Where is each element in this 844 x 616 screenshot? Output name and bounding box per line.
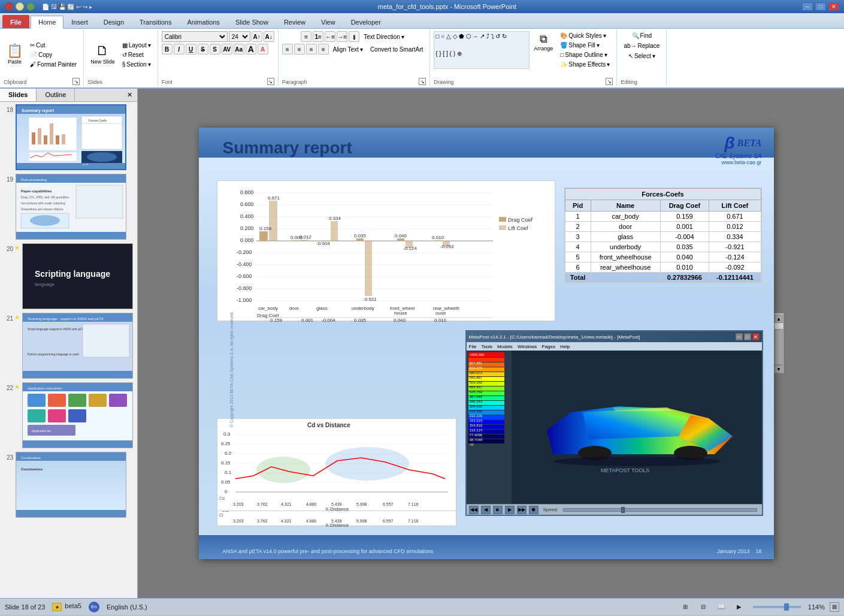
cols-button[interactable]: ⫿ [349, 31, 359, 42]
decrease-font-button[interactable]: A↓ [264, 31, 274, 42]
scroll-thumb[interactable] [775, 329, 783, 365]
metapost-play-button[interactable]: ◀◀ [469, 506, 479, 514]
metapost-stop-button[interactable]: ■ [493, 506, 503, 514]
slide-thumb-22[interactable]: 22 ★ Application Industries [2, 382, 135, 448]
font-size-select[interactable]: 24 [229, 31, 250, 42]
metapost-end-button[interactable]: ▶▶ [517, 506, 527, 514]
minimize-button[interactable]: ─ [802, 2, 813, 11]
layout-button[interactable]: ▦ Layout ▾ [119, 41, 154, 50]
decrease-indent-button[interactable]: ←≡ [325, 31, 335, 42]
shadow-button[interactable]: S [210, 44, 220, 55]
format-painter-icon: 🖌 [30, 61, 36, 68]
speed-slider[interactable] [563, 508, 757, 512]
slide-thumb-20[interactable]: 20 ★ Scripting language language [2, 243, 135, 309]
metapost-record-button[interactable]: ⏺ [529, 506, 539, 514]
svg-rect-110 [499, 217, 506, 222]
svg-text:5.998: 5.998 [356, 519, 367, 523]
bold-button[interactable]: B [162, 44, 173, 55]
slide-thumb-21[interactable]: 21 ★ Scripting language - support in ANS… [2, 313, 135, 379]
align-left-button[interactable]: ≡ [282, 44, 293, 55]
font-family-select[interactable]: Calibri [162, 31, 228, 42]
bullets-button[interactable]: ≡ [301, 31, 311, 42]
speed-handle[interactable] [621, 507, 625, 513]
right-scrollbar[interactable]: ▲ ▼ [774, 313, 784, 373]
new-slide-button[interactable]: 🗋 New Slide [87, 43, 118, 67]
section-button[interactable]: § Section ▾ [119, 60, 154, 69]
align-text-button[interactable]: Align Text ▾ [330, 45, 366, 54]
tab-animations[interactable]: Animations [179, 15, 227, 28]
shape-outline-button[interactable]: □ Shape Outline ▾ [557, 50, 613, 59]
zoom-slider-handle[interactable] [784, 603, 789, 611]
slideshow-view-button[interactable]: ▶ [733, 602, 746, 612]
close-button[interactable]: ✕ [828, 2, 839, 11]
text-direction-button[interactable]: Text Direction ▾ [361, 32, 407, 41]
find-button[interactable]: 🔍 Find [629, 31, 655, 40]
font-expand-button[interactable]: ↘ [267, 78, 274, 85]
italic-button[interactable]: I [174, 44, 184, 55]
quick-styles-button[interactable]: 🎨 Quick Styles ▾ [557, 31, 613, 40]
maximize-button[interactable]: □ [815, 2, 826, 11]
numbering-button[interactable]: 1≡ [313, 31, 323, 42]
svg-text:0.1: 0.1 [225, 470, 232, 475]
slide-thumb-18[interactable]: 18 Summary report [2, 104, 135, 170]
align-right-button[interactable]: ≡ [306, 44, 317, 55]
increase-font-button[interactable]: A↑ [252, 31, 262, 42]
tab-file[interactable]: File [2, 15, 29, 28]
strikethrough-button[interactable]: S [198, 44, 208, 55]
slide-sorter-button[interactable]: ⊟ [697, 602, 710, 612]
convert-smartart-button[interactable]: Convert to SmartArt [367, 45, 426, 54]
paragraph-expand-button[interactable]: ↘ [419, 78, 426, 85]
arrange-button[interactable]: ⧉ Arrange [531, 31, 556, 69]
font-color-button[interactable]: A [258, 44, 268, 55]
tab-developer[interactable]: Developer [343, 15, 389, 28]
justify-button[interactable]: ≡ [318, 44, 329, 55]
scroll-down-button[interactable]: ▼ [775, 365, 783, 373]
increase-indent-button[interactable]: →≡ [337, 31, 347, 42]
replace-button[interactable]: ab→ Replace [621, 41, 663, 50]
slide-preview-22[interactable]: Application Industries Application list [22, 382, 133, 448]
copy-button[interactable]: 📄 Copy [27, 50, 80, 59]
tab-insert[interactable]: Insert [63, 15, 96, 28]
window-controls[interactable]: ─ □ ✕ [802, 2, 839, 11]
metapost-next-button[interactable]: ▶ [505, 506, 515, 514]
scroll-up-button[interactable]: ▲ [775, 315, 783, 323]
tab-slideshow[interactable]: Slide Show [228, 15, 276, 28]
metapost-maximize[interactable]: □ [744, 333, 751, 340]
slide-preview-21[interactable]: Scripting language - support in ANSA and… [22, 313, 133, 379]
tab-design[interactable]: Design [96, 15, 132, 28]
shape-effects-button[interactable]: ✨ Shape Effects ▾ [557, 60, 613, 69]
underline-button[interactable]: U [186, 44, 196, 55]
clipboard-expand-button[interactable]: ↘ [72, 78, 80, 85]
change-case-button[interactable]: Aa [234, 44, 244, 55]
tab-view[interactable]: View [313, 15, 343, 28]
paste-button[interactable]: 📋 Paste [4, 43, 26, 67]
reset-button[interactable]: ↺ Reset [119, 50, 154, 59]
tab-review[interactable]: Review [276, 15, 313, 28]
drawing-expand-button[interactable]: ↘ [606, 78, 613, 85]
slides-tab[interactable]: Slides [0, 89, 37, 101]
shape-fill-button[interactable]: 🪣 Shape Fill ▾ [557, 41, 613, 50]
format-painter-button[interactable]: 🖌 Format Painter [27, 60, 80, 69]
slide-thumb-23[interactable]: 23 Conclusions Conclusions [2, 452, 135, 518]
panel-close-button[interactable]: ✕ [122, 89, 137, 101]
outline-tab[interactable]: Outline [37, 89, 75, 101]
slide-preview-20[interactable]: Scripting language language [22, 243, 133, 309]
metapost-close[interactable]: ✕ [752, 333, 760, 340]
slide-preview-18[interactable]: Summary report Forces-Coefs [16, 104, 126, 170]
reading-view-button[interactable]: 📖 [715, 602, 728, 612]
align-center-button[interactable]: ≡ [294, 44, 305, 55]
slide-preview-19[interactable]: Post-processing Paper-capabilities Drag,… [16, 174, 126, 240]
tab-home[interactable]: Home [31, 16, 63, 29]
select-button[interactable]: ↖ Select ▾ [625, 52, 658, 61]
metapost-prev-button[interactable]: ◀ [481, 506, 491, 514]
clear-format-button[interactable]: A [246, 44, 256, 55]
metapost-minimize[interactable]: ─ [736, 333, 743, 340]
tab-transitions[interactable]: Transitions [132, 15, 179, 28]
zoom-slider[interactable] [753, 606, 801, 608]
slide-thumb-19[interactable]: 19 Post-processing Paper-capabilities Dr… [2, 174, 135, 240]
normal-view-button[interactable]: ⊞ [679, 602, 692, 612]
slide-preview-23[interactable]: Conclusions Conclusions [16, 452, 126, 518]
font-spacing-button[interactable]: AV [222, 44, 232, 55]
cut-button[interactable]: ✂ Cut [27, 41, 80, 50]
fit-slide-button[interactable]: ⊠ [830, 602, 839, 612]
